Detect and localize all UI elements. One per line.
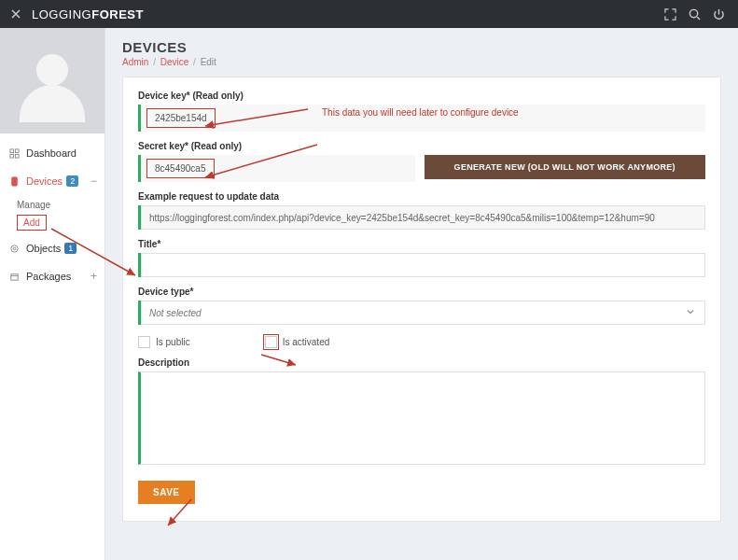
crumb-current: Edit bbox=[201, 57, 216, 67]
breadcrumb: Admin / Device / Edit bbox=[122, 57, 721, 67]
example-request-label: Example request to update data bbox=[138, 191, 705, 202]
devices-submenu: Manage Add bbox=[0, 195, 104, 234]
brand: LOGGINGFOREST bbox=[32, 7, 144, 21]
is-public-label: Is public bbox=[156, 337, 190, 347]
sidebar-item-label: Devices bbox=[26, 175, 63, 187]
search-icon[interactable] bbox=[684, 4, 704, 24]
example-request-value[interactable] bbox=[141, 205, 705, 230]
fullscreen-icon[interactable] bbox=[660, 4, 680, 24]
sidebar-item-label: Dashboard bbox=[26, 147, 77, 159]
save-button[interactable]: SAVE bbox=[138, 481, 195, 504]
svg-rect-9 bbox=[10, 273, 17, 279]
dashboard-icon bbox=[7, 147, 21, 160]
device-key-value: 2425be154d bbox=[146, 108, 216, 128]
svg-rect-1 bbox=[9, 148, 13, 152]
title-label: Title* bbox=[138, 239, 705, 249]
device-type-label: Device type* bbox=[138, 287, 705, 297]
objects-icon bbox=[7, 242, 21, 255]
secret-key-label: Secret key* (Read only) bbox=[138, 141, 705, 151]
title-input[interactable] bbox=[141, 253, 705, 277]
sidebar-item-packages[interactable]: Packages + bbox=[0, 262, 104, 290]
svg-point-7 bbox=[10, 245, 17, 251]
is-activated-checkbox[interactable]: Is activated bbox=[265, 336, 330, 348]
svg-point-6 bbox=[13, 183, 14, 184]
badge: 2 bbox=[66, 175, 78, 187]
checkbox-icon[interactable] bbox=[265, 336, 277, 348]
sidebar-sub-manage[interactable]: Manage bbox=[17, 197, 104, 213]
sidebar-item-devices[interactable]: Devices 2 − bbox=[0, 167, 104, 195]
badge: 1 bbox=[64, 243, 77, 254]
packages-icon bbox=[7, 270, 21, 283]
topbar: LOGGINGFOREST bbox=[0, 0, 738, 28]
main-content: DEVICES Admin / Device / Edit Device key… bbox=[105, 28, 738, 560]
device-type-select[interactable] bbox=[141, 301, 705, 325]
page-title: DEVICES bbox=[122, 39, 721, 55]
sidebar-item-label: Packages bbox=[26, 271, 71, 282]
device-icon bbox=[7, 175, 21, 188]
close-icon[interactable] bbox=[9, 7, 22, 21]
sidebar: Dashboard Devices 2 − Manage Add Objects… bbox=[0, 28, 105, 560]
device-key-label: Device key* (Read only) bbox=[138, 91, 705, 101]
form-card: Device key* (Read only) 2425be154d Secre… bbox=[122, 77, 721, 522]
sidebar-item-dashboard[interactable]: Dashboard bbox=[0, 139, 104, 167]
description-textarea[interactable] bbox=[138, 371, 705, 465]
svg-rect-4 bbox=[15, 154, 19, 158]
secret-key-value: 8c45490ca5 bbox=[146, 159, 215, 178]
expand-icon[interactable]: + bbox=[91, 270, 97, 283]
collapse-icon[interactable]: − bbox=[91, 175, 97, 188]
checkbox-icon[interactable] bbox=[138, 336, 150, 348]
sidebar-sub-add[interactable]: Add bbox=[17, 215, 47, 231]
is-activated-label: Is activated bbox=[283, 337, 330, 347]
svg-point-8 bbox=[13, 247, 16, 250]
sidebar-item-objects[interactable]: Objects 1 bbox=[0, 234, 104, 262]
crumb-device[interactable]: Device bbox=[160, 57, 189, 67]
svg-rect-2 bbox=[15, 148, 19, 152]
crumb-admin[interactable]: Admin bbox=[122, 57, 148, 67]
svg-rect-3 bbox=[9, 154, 13, 158]
svg-point-0 bbox=[689, 9, 697, 17]
power-icon[interactable] bbox=[708, 4, 729, 24]
sidebar-item-label: Objects bbox=[26, 243, 61, 254]
avatar bbox=[0, 28, 104, 133]
is-public-checkbox[interactable]: Is public bbox=[138, 336, 190, 348]
generate-new-button[interactable]: GENERATE NEW (OLD WILL NOT WORK ANYMORE) bbox=[425, 155, 706, 179]
description-label: Description bbox=[138, 357, 705, 368]
